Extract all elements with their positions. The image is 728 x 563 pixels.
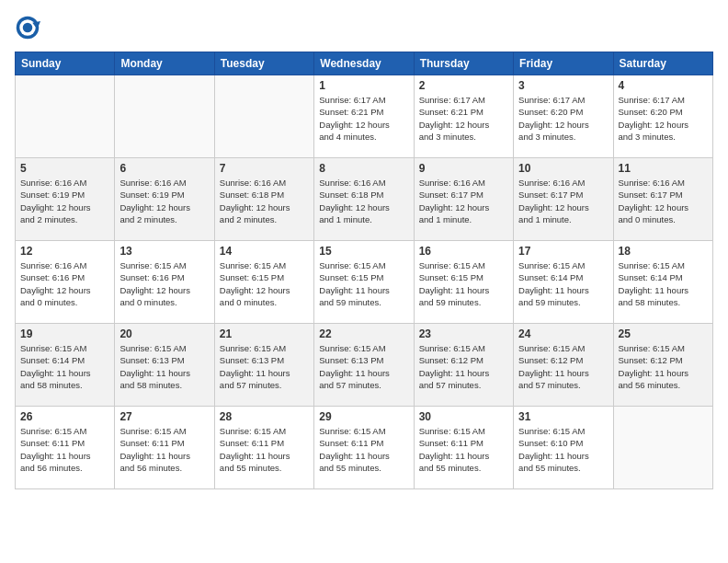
calendar-table: SundayMondayTuesdayWednesdayThursdayFrid… [15,52,713,489]
day-number: 31 [518,410,608,423]
calendar-week-row: 1Sunrise: 6:17 AMSunset: 6:21 PMDaylight… [16,75,713,158]
calendar-day-cell: 11Sunrise: 6:16 AMSunset: 6:17 PMDayligh… [613,158,712,241]
calendar-header-cell: Tuesday [214,52,313,75]
day-info: Sunrise: 6:16 AMSunset: 6:17 PMDaylight:… [419,177,508,225]
day-number: 30 [419,410,508,423]
day-info: Sunrise: 6:15 AMSunset: 6:10 PMDaylight:… [518,425,608,474]
logo-icon [15,15,40,40]
day-number: 17 [518,245,608,258]
day-number: 2 [419,79,508,92]
day-info: Sunrise: 6:15 AMSunset: 6:11 PMDaylight:… [319,425,408,474]
calendar-day-cell [613,407,712,489]
day-info: Sunrise: 6:15 AMSunset: 6:11 PMDaylight:… [220,425,309,474]
day-number: 20 [119,327,209,340]
calendar-day-cell: 6Sunrise: 6:16 AMSunset: 6:19 PMDaylight… [115,158,214,241]
day-info: Sunrise: 6:15 AMSunset: 6:13 PMDaylight:… [119,342,209,391]
day-info: Sunrise: 6:16 AMSunset: 6:18 PMDaylight:… [220,177,309,225]
calendar-day-cell: 22Sunrise: 6:15 AMSunset: 6:13 PMDayligh… [314,324,414,407]
svg-point-2 [23,23,33,33]
day-number: 26 [20,410,109,423]
calendar-day-cell: 5Sunrise: 6:16 AMSunset: 6:19 PMDaylight… [16,158,115,241]
calendar-day-cell: 26Sunrise: 6:15 AMSunset: 6:11 PMDayligh… [16,407,115,489]
calendar-header-cell: Saturday [613,52,712,75]
day-number: 15 [319,245,408,258]
calendar-body: 1Sunrise: 6:17 AMSunset: 6:21 PMDaylight… [16,75,713,489]
day-number: 11 [619,162,708,175]
calendar-day-cell: 21Sunrise: 6:15 AMSunset: 6:13 PMDayligh… [214,324,313,407]
page-header [15,15,713,40]
day-number: 5 [20,162,109,175]
calendar-day-cell: 12Sunrise: 6:16 AMSunset: 6:16 PMDayligh… [16,241,115,324]
logo [15,15,44,40]
day-number: 27 [119,410,209,423]
calendar-day-cell: 10Sunrise: 6:16 AMSunset: 6:17 PMDayligh… [514,158,613,241]
calendar-header-cell: Monday [115,52,214,75]
day-info: Sunrise: 6:15 AMSunset: 6:15 PMDaylight:… [419,259,508,308]
day-number: 13 [119,245,209,258]
day-info: Sunrise: 6:16 AMSunset: 6:16 PMDaylight:… [20,259,109,308]
calendar-day-cell: 20Sunrise: 6:15 AMSunset: 6:13 PMDayligh… [115,324,214,407]
day-info: Sunrise: 6:16 AMSunset: 6:17 PMDaylight:… [619,177,708,225]
day-number: 29 [319,410,408,423]
day-number: 1 [319,79,408,92]
day-number: 8 [319,162,408,175]
calendar-day-cell: 9Sunrise: 6:16 AMSunset: 6:17 PMDaylight… [414,158,513,241]
calendar-day-cell: 14Sunrise: 6:15 AMSunset: 6:15 PMDayligh… [214,241,313,324]
calendar-day-cell: 25Sunrise: 6:15 AMSunset: 6:12 PMDayligh… [613,324,712,407]
day-info: Sunrise: 6:15 AMSunset: 6:16 PMDaylight:… [119,259,209,308]
day-info: Sunrise: 6:15 AMSunset: 6:15 PMDaylight:… [220,259,309,308]
day-number: 4 [619,79,708,92]
calendar-day-cell [214,75,313,158]
day-info: Sunrise: 6:15 AMSunset: 6:11 PMDaylight:… [419,425,508,474]
calendar-header-row: SundayMondayTuesdayWednesdayThursdayFrid… [16,52,713,75]
day-number: 18 [619,245,708,258]
calendar-day-cell: 24Sunrise: 6:15 AMSunset: 6:12 PMDayligh… [514,324,613,407]
calendar-day-cell: 7Sunrise: 6:16 AMSunset: 6:18 PMDaylight… [214,158,313,241]
calendar-day-cell: 19Sunrise: 6:15 AMSunset: 6:14 PMDayligh… [16,324,115,407]
calendar-day-cell: 15Sunrise: 6:15 AMSunset: 6:15 PMDayligh… [314,241,414,324]
calendar-week-row: 5Sunrise: 6:16 AMSunset: 6:19 PMDaylight… [16,158,713,241]
calendar-day-cell: 4Sunrise: 6:17 AMSunset: 6:20 PMDaylight… [613,75,712,158]
day-number: 25 [619,327,708,340]
day-info: Sunrise: 6:15 AMSunset: 6:11 PMDaylight:… [119,425,209,474]
calendar-day-cell: 27Sunrise: 6:15 AMSunset: 6:11 PMDayligh… [115,407,214,489]
day-info: Sunrise: 6:16 AMSunset: 6:19 PMDaylight:… [119,177,209,225]
calendar-day-cell: 2Sunrise: 6:17 AMSunset: 6:21 PMDaylight… [414,75,513,158]
day-number: 10 [518,162,608,175]
calendar-day-cell: 29Sunrise: 6:15 AMSunset: 6:11 PMDayligh… [314,407,414,489]
calendar-day-cell: 18Sunrise: 6:15 AMSunset: 6:14 PMDayligh… [613,241,712,324]
day-info: Sunrise: 6:17 AMSunset: 6:20 PMDaylight:… [619,94,708,143]
day-info: Sunrise: 6:15 AMSunset: 6:14 PMDaylight:… [518,259,608,308]
day-info: Sunrise: 6:15 AMSunset: 6:14 PMDaylight:… [619,259,708,308]
day-number: 14 [220,245,309,258]
day-number: 7 [220,162,309,175]
day-info: Sunrise: 6:15 AMSunset: 6:12 PMDaylight:… [619,342,708,391]
day-info: Sunrise: 6:15 AMSunset: 6:11 PMDaylight:… [20,425,109,474]
day-info: Sunrise: 6:15 AMSunset: 6:12 PMDaylight:… [518,342,608,391]
day-info: Sunrise: 6:16 AMSunset: 6:17 PMDaylight:… [518,177,608,225]
day-info: Sunrise: 6:15 AMSunset: 6:12 PMDaylight:… [419,342,508,391]
calendar-header-cell: Sunday [16,52,115,75]
day-number: 9 [419,162,508,175]
calendar-day-cell: 3Sunrise: 6:17 AMSunset: 6:20 PMDaylight… [514,75,613,158]
day-info: Sunrise: 6:15 AMSunset: 6:14 PMDaylight:… [20,342,109,391]
calendar-week-row: 26Sunrise: 6:15 AMSunset: 6:11 PMDayligh… [16,407,713,489]
day-number: 19 [20,327,109,340]
day-number: 16 [419,245,508,258]
day-number: 21 [220,327,309,340]
day-info: Sunrise: 6:16 AMSunset: 6:19 PMDaylight:… [20,177,109,225]
day-info: Sunrise: 6:17 AMSunset: 6:20 PMDaylight:… [518,94,608,143]
day-number: 12 [20,245,109,258]
calendar-day-cell: 16Sunrise: 6:15 AMSunset: 6:15 PMDayligh… [414,241,513,324]
day-number: 23 [419,327,508,340]
calendar-header-cell: Wednesday [314,52,414,75]
calendar-header-cell: Friday [514,52,613,75]
calendar-day-cell: 23Sunrise: 6:15 AMSunset: 6:12 PMDayligh… [414,324,513,407]
day-number: 6 [119,162,209,175]
calendar-header-cell: Thursday [414,52,513,75]
calendar-day-cell: 30Sunrise: 6:15 AMSunset: 6:11 PMDayligh… [414,407,513,489]
day-number: 22 [319,327,408,340]
day-number: 24 [518,327,608,340]
calendar-day-cell [16,75,115,158]
calendar-day-cell: 1Sunrise: 6:17 AMSunset: 6:21 PMDaylight… [314,75,414,158]
